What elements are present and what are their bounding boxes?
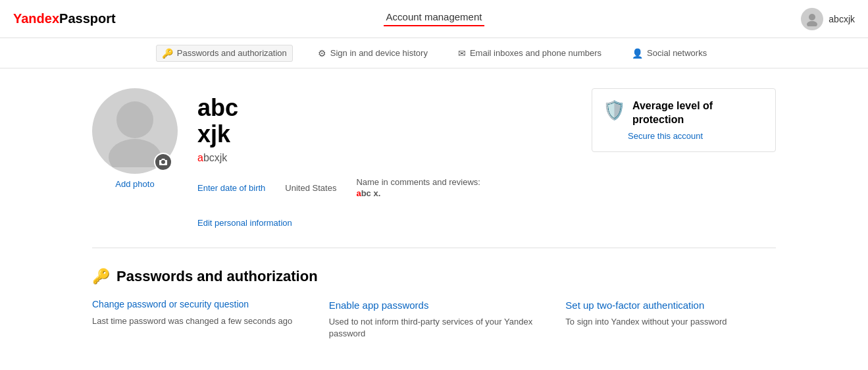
profile-bottom-row: Enter date of birth United States Name i… bbox=[197, 177, 572, 228]
protection-header: 🛡️ Average level of protection bbox=[603, 99, 765, 127]
profile-login: abcxjk bbox=[197, 152, 572, 164]
app-passwords-card: Enable app passwords Used to not inform … bbox=[329, 298, 540, 340]
protection-title: Average level of protection bbox=[632, 99, 765, 127]
key-icon: 🔑 bbox=[162, 48, 173, 59]
tab-email-label: Email inboxes and phone numbers bbox=[470, 48, 601, 58]
svg-point-1 bbox=[807, 21, 817, 26]
change-password-link[interactable]: Change password bbox=[92, 299, 166, 309]
tab-social[interactable]: 👤 Social networks bbox=[626, 45, 712, 61]
tab-signin-label: Sign in and device history bbox=[330, 48, 428, 58]
two-factor-card: Set up two-factor authentication To sign… bbox=[565, 298, 776, 340]
tab-signin[interactable]: ⚙ Sign in and device history bbox=[313, 45, 433, 61]
security-question-link[interactable]: security question bbox=[180, 299, 249, 309]
app-passwords-link[interactable]: Enable app passwords bbox=[329, 300, 429, 311]
two-factor-link[interactable]: Set up two-factor authentication bbox=[565, 300, 704, 311]
tab-email[interactable]: ✉ Email inboxes and phone numbers bbox=[453, 45, 607, 61]
profile-details: Enter date of birth United States Name i… bbox=[197, 177, 572, 228]
profile-comments: Name in comments and reviews: abc x. bbox=[356, 177, 480, 198]
section-title: Passwords and authorization bbox=[116, 268, 318, 285]
svg-point-2 bbox=[116, 101, 153, 138]
profile-last-name: xjk bbox=[197, 121, 572, 147]
profile-country: United States bbox=[285, 183, 336, 193]
protection-card: 🛡️ Average level of protection Secure th… bbox=[592, 88, 776, 152]
header-center: Account management bbox=[384, 11, 485, 26]
two-factor-desc: To sign into Yandex without your passwor… bbox=[565, 316, 776, 328]
logo-passport: Passport bbox=[59, 11, 116, 26]
section-header: 🔑 Passwords and authorization bbox=[92, 268, 776, 285]
account-management-title: Account management bbox=[384, 11, 485, 26]
two-factor-title[interactable]: Set up two-factor authentication bbox=[565, 298, 776, 312]
email-icon: ✉ bbox=[458, 48, 466, 59]
social-icon: 👤 bbox=[632, 48, 643, 59]
svg-point-3 bbox=[109, 139, 161, 167]
header-user[interactable]: abcxjk bbox=[801, 8, 855, 30]
logo-yandex: Yandex bbox=[13, 11, 59, 26]
login-rest: bcxjk bbox=[203, 152, 227, 163]
header-avatar bbox=[801, 8, 823, 30]
avatar-wrapper: Add photo bbox=[92, 88, 178, 189]
tab-social-label: Social networks bbox=[647, 48, 707, 58]
passwords-section: 🔑 Passwords and authorization Change pas… bbox=[92, 268, 776, 340]
svg-point-0 bbox=[809, 14, 815, 20]
profile-section: Add photo abc xjk abcxjk Enter date of b… bbox=[92, 88, 776, 248]
header-username: abcxjk bbox=[829, 14, 855, 24]
secure-account-link[interactable]: Secure this account bbox=[628, 131, 765, 141]
enter-dob-link[interactable]: Enter date of birth bbox=[197, 183, 265, 193]
tab-passwords[interactable]: 🔑 Passwords and authorization bbox=[156, 45, 293, 62]
section-key-icon: 🔑 bbox=[92, 268, 110, 285]
comments-a: a bbox=[356, 188, 361, 198]
nav-tabs: 🔑 Passwords and authorization ⚙ Sign in … bbox=[0, 38, 868, 68]
app-passwords-title[interactable]: Enable app passwords bbox=[329, 298, 540, 312]
comments-label: Name in comments and reviews: bbox=[356, 177, 480, 187]
login-prefix: a bbox=[197, 152, 203, 163]
comments-rest: bc x. bbox=[361, 188, 381, 198]
profile-info: abc xjk abcxjk Enter date of birth Unite… bbox=[197, 88, 572, 228]
or-text: or bbox=[166, 299, 180, 309]
tab-passwords-label: Passwords and authorization bbox=[177, 48, 287, 58]
add-photo-link[interactable]: Add photo bbox=[115, 179, 154, 189]
app-passwords-desc: Used to not inform third-party services … bbox=[329, 316, 540, 340]
gear-icon: ⚙ bbox=[318, 48, 326, 59]
change-password-title[interactable]: Change password or security question bbox=[92, 298, 303, 311]
shield-warning-icon: 🛡️ bbox=[603, 99, 626, 121]
camera-button[interactable] bbox=[154, 153, 172, 171]
change-password-desc: Last time password was changed a few sec… bbox=[92, 315, 303, 327]
section-cards: Change password or security question Las… bbox=[92, 298, 776, 340]
change-password-card: Change password or security question Las… bbox=[92, 298, 303, 340]
logo: Yandex Passport bbox=[13, 11, 116, 26]
header: Yandex Passport Account management abcxj… bbox=[0, 0, 868, 38]
main-content: Add photo abc xjk abcxjk Enter date of b… bbox=[0, 68, 868, 360]
edit-personal-info-link[interactable]: Edit personal information bbox=[197, 218, 292, 228]
comments-value: abc x. bbox=[356, 188, 480, 198]
profile-first-name: abc bbox=[197, 95, 572, 121]
avatar-large bbox=[92, 88, 178, 174]
